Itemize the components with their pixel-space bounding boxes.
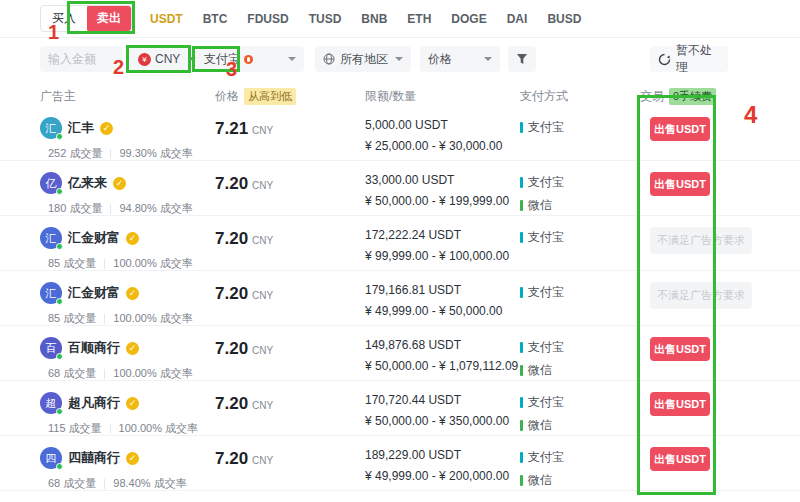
more-filters-button[interactable] [508, 46, 536, 72]
order-limit: ¥ 50,000.00 - ¥ 199,999.00 [365, 194, 520, 208]
tab-buy[interactable]: 买入 [41, 6, 87, 31]
price-currency: CNY [252, 345, 273, 356]
payment-methods: 支付宝微信 [520, 174, 640, 214]
refresh-icon [658, 53, 671, 66]
advertiser-cell: 亿 亿来来 ✓ 180 成交量 94.80% 成交率 [40, 161, 215, 216]
cny-coin-icon: ¥ [138, 53, 151, 66]
price-value: 7.20 [215, 449, 248, 468]
price-value: 7.21 [215, 119, 248, 138]
online-status-dot [56, 298, 63, 305]
avatar-initial: 汇 [46, 286, 57, 301]
payment-color-bar [520, 232, 523, 243]
stats-divider [110, 204, 111, 214]
region-select[interactable]: 所有地区 [315, 46, 411, 72]
online-status-dot [56, 133, 63, 140]
filter-bar: ¥ CNY 支付宝 所有地区 价格 [0, 46, 800, 72]
stats-divider [104, 479, 105, 489]
globe-icon [323, 53, 335, 65]
completion-rate: 100.00% 成交率 [119, 421, 198, 436]
price-currency: CNY [252, 125, 273, 136]
payment-tag: 支付宝 [520, 339, 640, 356]
order-limit: ¥ 99,999.00 - ¥ 100,000.00 [365, 249, 520, 263]
available-amount: 149,876.68 USDT [365, 338, 520, 352]
tab-coin-tusd[interactable]: TUSD [309, 12, 342, 26]
avatar: 四 [40, 447, 62, 469]
advertiser-name[interactable]: 汇丰 [68, 119, 94, 137]
sell-usdt-button[interactable]: 出售USDT [650, 172, 710, 196]
funnel-icon [516, 53, 528, 65]
available-amount: 179,166.81 USDT [365, 283, 520, 297]
online-status-dot [56, 353, 63, 360]
advertiser-name[interactable]: 超凡商行 [68, 394, 120, 412]
payment-tag: 微信 [520, 197, 640, 214]
header-advertiser: 广告主 [40, 88, 215, 105]
completion-rate: 100.00% 成交率 [113, 366, 192, 381]
tab-coin-usdt[interactable]: USDT [150, 12, 183, 26]
payment-methods: 支付宝微信 [520, 339, 640, 379]
tab-coin-fdusd[interactable]: FDUSD [247, 12, 288, 26]
payment-cell: 支付宝 [520, 106, 640, 161]
header-limit-amount: 限额/数量 [365, 88, 520, 105]
advertiser-name[interactable]: 汇金财富 [68, 284, 120, 302]
price-sort-tag[interactable]: 从高到低 [244, 88, 296, 105]
payment-cell: 支付宝微信 [520, 161, 640, 216]
sell-usdt-button[interactable]: 出售USDT [650, 117, 710, 141]
tab-coin-eth[interactable]: ETH [407, 12, 431, 26]
refresh-button[interactable]: 暂不处理 [650, 46, 728, 72]
payment-color-bar [520, 365, 523, 376]
action-cell: 出售USDT [640, 337, 760, 381]
advertiser-name[interactable]: 百顺商行 [68, 339, 120, 357]
coin-tabs: USDTBTCFDUSDTUSDBNBETHDOGEDAIBUSD [150, 12, 581, 26]
payment-color-bar [520, 342, 523, 353]
available-amount: 170,720.44 USDT [365, 393, 520, 407]
avatar-initial: 亿 [46, 176, 57, 191]
stats-divider [104, 314, 105, 324]
limit-amount-cell: 172,222.24 USDT ¥ 99,999.00 - ¥ 100,000.… [365, 216, 520, 271]
tab-coin-dai[interactable]: DAI [507, 12, 528, 26]
price-cell: 7.20CNY [215, 271, 365, 326]
disabled-action-label: 不满足广告方要求 [650, 227, 752, 254]
sell-usdt-button[interactable]: 出售USDT [650, 447, 710, 471]
tab-coin-busd[interactable]: BUSD [547, 12, 581, 26]
order-limit: ¥ 50,000.00 - ¥ 350,000.00 [365, 414, 520, 428]
price-value: 7.20 [215, 339, 248, 358]
advertiser-name[interactable]: 四囍商行 [68, 449, 120, 467]
price-currency: CNY [252, 235, 273, 246]
trade-count: 85 成交量 [48, 256, 96, 271]
payment-cell: 支付宝微信 [520, 381, 640, 436]
payment-filter-select[interactable]: 支付宝 [196, 46, 304, 72]
stats-divider [104, 259, 105, 269]
order-limit: ¥ 25,000.00 - ¥ 30,000.00 [365, 139, 520, 153]
payment-color-bar [520, 475, 523, 486]
order-limit: ¥ 49,999.00 - ¥ 50,000.00 [365, 304, 520, 318]
table-row: 超 超凡商行 ✓ 115 成交量 100.00% 成交率 7.20CNY 170… [0, 381, 800, 436]
advertiser-name[interactable]: 汇金财富 [68, 229, 120, 247]
tab-coin-btc[interactable]: BTC [203, 12, 228, 26]
price-sort-select[interactable]: 价格 [420, 46, 500, 72]
sell-usdt-button[interactable]: 出售USDT [650, 337, 710, 361]
region-select-value: 所有地区 [340, 51, 388, 68]
fiat-select-value: CNY [155, 52, 180, 66]
avatar-initial: 四 [46, 451, 57, 466]
action-cell: 出售USDT [640, 392, 760, 436]
sell-usdt-button[interactable]: 出售USDT [650, 392, 710, 416]
limit-amount-cell: 33,000.00 USDT ¥ 50,000.00 - ¥ 199,999.0… [365, 161, 520, 216]
tab-sell[interactable]: 卖出 [87, 5, 131, 32]
fiat-select[interactable]: ¥ CNY [130, 46, 190, 72]
completion-rate: 94.80% 成交率 [119, 201, 192, 216]
advertiser-cell: 百 百顺商行 ✓ 68 成交量 100.00% 成交率 [40, 326, 215, 381]
avatar: 百 [40, 337, 62, 359]
price-sort-value: 价格 [428, 51, 452, 68]
verified-badge-icon: ✓ [100, 122, 113, 135]
tab-coin-doge[interactable]: DOGE [451, 12, 486, 26]
amount-input[interactable] [40, 46, 122, 72]
verified-badge-icon: ✓ [126, 452, 139, 465]
tab-coin-bnb[interactable]: BNB [361, 12, 387, 26]
avatar-initial: 超 [46, 396, 57, 411]
avatar: 超 [40, 392, 62, 414]
advertiser-cell: 超 超凡商行 ✓ 115 成交量 100.00% 成交率 [40, 381, 215, 436]
advertiser-name[interactable]: 亿来来 [68, 174, 107, 192]
completion-rate: 99.30% 成交率 [119, 146, 192, 161]
stats-divider [110, 424, 111, 434]
hot-icon [244, 55, 253, 64]
